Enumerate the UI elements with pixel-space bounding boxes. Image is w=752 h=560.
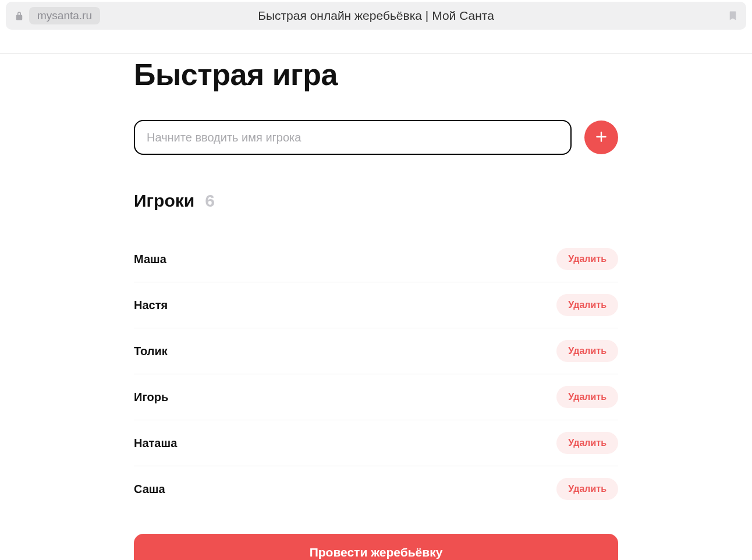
player-name: Игорь [134, 391, 168, 404]
page-title: Быстрая онлайн жеребьёвка | Мой Санта [258, 9, 494, 23]
player-name: Толик [134, 345, 168, 358]
player-name: Наташа [134, 437, 177, 450]
players-label: Игроки [134, 191, 194, 211]
delete-player-button[interactable]: Удалить [556, 432, 618, 454]
player-name-input[interactable] [134, 120, 572, 155]
url-domain: mysanta.ru [29, 7, 100, 24]
run-draw-button[interactable]: Провести жеребьёвку [134, 534, 618, 560]
bookmark-icon[interactable] [728, 9, 738, 22]
add-player-button[interactable] [584, 120, 618, 154]
add-player-row [134, 120, 618, 155]
player-row: МашаУдалить [134, 236, 618, 282]
delete-player-button[interactable]: Удалить [556, 294, 618, 316]
main-content: Быстрая игра Игроки 6 МашаУдалитьНастяУд… [134, 54, 618, 560]
player-name: Настя [134, 299, 168, 312]
player-name: Маша [134, 253, 166, 266]
delete-player-button[interactable]: Удалить [556, 248, 618, 270]
player-row: СашаУдалить [134, 466, 618, 512]
page-heading: Быстрая игра [134, 57, 618, 92]
player-name: Саша [134, 483, 165, 496]
delete-player-button[interactable]: Удалить [556, 386, 618, 408]
players-list: МашаУдалитьНастяУдалитьТоликУдалитьИгорь… [134, 236, 618, 512]
player-row: НаташаУдалить [134, 420, 618, 466]
delete-player-button[interactable]: Удалить [556, 340, 618, 362]
player-row: ИгорьУдалить [134, 374, 618, 420]
player-row: НастяУдалить [134, 282, 618, 328]
player-row: ТоликУдалить [134, 328, 618, 374]
lock-icon [14, 10, 24, 21]
players-count: 6 [205, 191, 215, 211]
delete-player-button[interactable]: Удалить [556, 478, 618, 500]
players-header: Игроки 6 [134, 191, 618, 211]
plus-icon [594, 129, 609, 146]
browser-address-bar[interactable]: mysanta.ru Быстрая онлайн жеребьёвка | М… [6, 2, 746, 30]
